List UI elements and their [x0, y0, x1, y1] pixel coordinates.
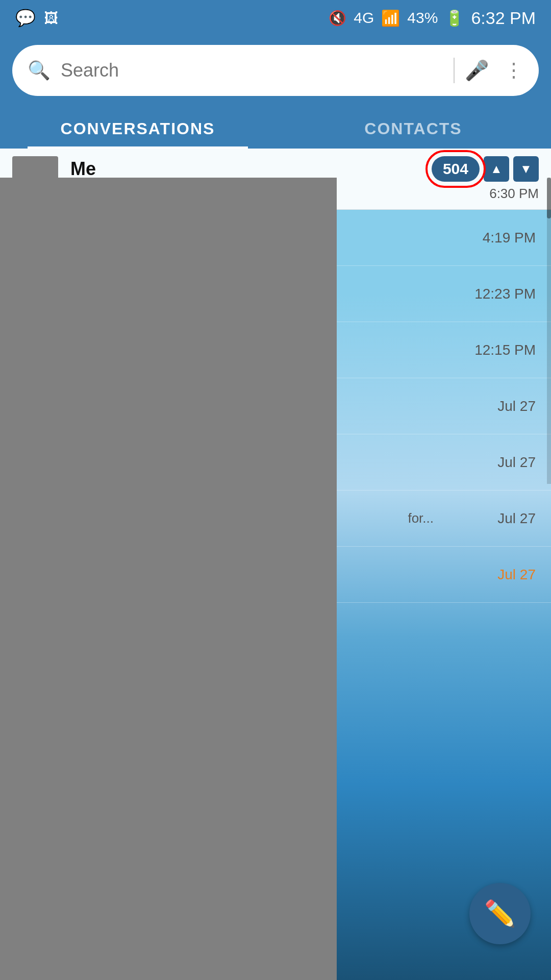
badge-container: 504 [432, 156, 480, 182]
status-right: 🔇 4G 📶 43% 🔋 6:32 PM [329, 8, 536, 28]
status-bar: 💬 🖼 🔇 4G 📶 43% 🔋 6:32 PM [0, 0, 551, 36]
conv-time-3: 12:15 PM [474, 342, 536, 358]
battery-icon: 🔋 [445, 9, 464, 27]
tab-contacts[interactable]: CONTACTS [276, 105, 551, 149]
search-bar[interactable]: 🔍 🎤 ⋮ [12, 45, 539, 96]
chevron-up-button[interactable]: ▲ [484, 156, 509, 182]
gray-panel-overlay [0, 178, 337, 980]
photo-icon: 🖼 [44, 10, 58, 27]
badge-row: 504 ▲ ▼ [432, 156, 539, 182]
clock: 6:32 PM [471, 8, 536, 28]
sms-icon: 💬 [15, 8, 36, 28]
tab-conversations[interactable]: CONVERSATIONS [0, 105, 276, 149]
compose-icon: ✏️ [484, 899, 516, 928]
network-label: 4G [354, 9, 374, 27]
search-divider [454, 58, 455, 83]
signal-icon: 📶 [381, 9, 400, 27]
conv-time-5: Jul 27 [497, 454, 536, 471]
badge-circle-highlight [425, 150, 486, 188]
search-icon: 🔍 [28, 60, 51, 81]
conv-time-7: Jul 27 [497, 567, 536, 583]
conv-name: Me [70, 158, 432, 180]
tabs: CONVERSATIONS CONTACTS [0, 105, 551, 149]
more-options-icon[interactable]: ⋮ [504, 59, 523, 82]
conv-time: 6:30 PM [489, 186, 539, 202]
battery-percent: 43% [407, 9, 438, 27]
conv-time-2: 12:23 PM [474, 286, 536, 302]
scrollbar-thumb[interactable] [547, 178, 551, 218]
scrollbar[interactable] [547, 178, 551, 484]
search-bar-container: 🔍 🎤 ⋮ [0, 36, 551, 105]
microphone-icon[interactable]: 🎤 [465, 59, 489, 82]
status-left-icons: 💬 🖼 [15, 8, 58, 28]
chevron-down-button[interactable]: ▼ [513, 156, 539, 182]
conv-time-1: 4:19 PM [483, 230, 536, 246]
search-input[interactable] [61, 60, 443, 81]
conv-time-6: for... Jul 27 [497, 510, 536, 527]
conv-right: 504 ▲ ▼ 6:30 PM [432, 156, 539, 202]
conv-time-4: Jul 27 [497, 398, 536, 414]
mute-icon: 🔇 [329, 10, 346, 27]
compose-fab-button[interactable]: ✏️ [469, 883, 531, 944]
